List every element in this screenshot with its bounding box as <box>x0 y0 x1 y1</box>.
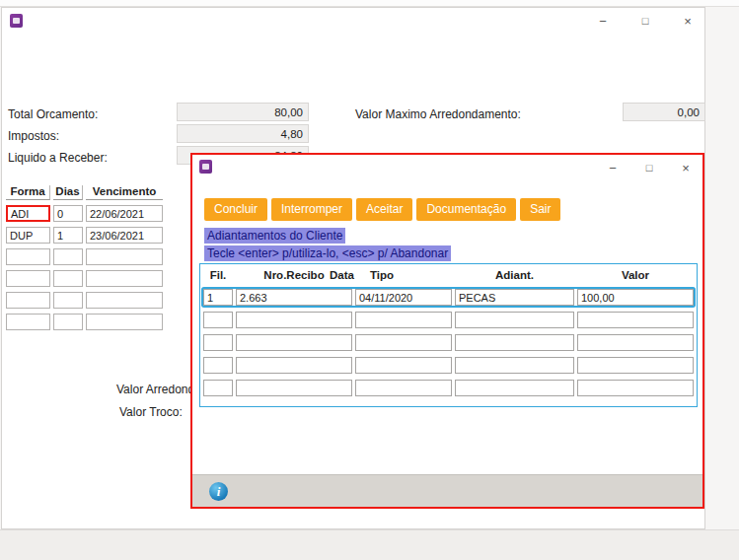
dias-cell[interactable] <box>53 314 83 330</box>
interromper-button[interactable]: Interromper <box>271 198 352 221</box>
vencimento-cell[interactable] <box>86 248 163 265</box>
keyboard-hint: Tecle <enter> p/utiliza-lo, <esc> p/ Aba… <box>204 245 451 261</box>
aceitar-button[interactable]: Aceitar <box>356 198 412 221</box>
nro-recibo-cell[interactable] <box>236 357 352 374</box>
payment-row: ADI 0 22/06/2021 <box>6 205 166 222</box>
dias-cell[interactable] <box>53 292 83 309</box>
data-cell[interactable] <box>355 357 452 374</box>
fil-cell[interactable] <box>203 380 233 396</box>
fil-cell[interactable] <box>203 357 233 374</box>
vencimento-cell[interactable] <box>86 270 163 287</box>
grid-row <box>203 312 694 328</box>
fil-cell[interactable]: 1 <box>203 289 233 306</box>
vencimento-cell[interactable]: 23/06/2021 <box>86 227 163 244</box>
total-orcamento-value: 80,00 <box>177 103 309 121</box>
forma-cell[interactable] <box>6 292 50 309</box>
valor-cell[interactable] <box>577 312 694 328</box>
adiant-cell[interactable] <box>455 357 574 374</box>
dias-cell[interactable] <box>53 270 83 287</box>
documentacao-button[interactable]: Documentação <box>416 198 516 221</box>
maximize-button[interactable]: □ <box>630 8 660 34</box>
adiant-cell[interactable] <box>455 380 574 396</box>
grid-row-selected[interactable]: 1 2.663 04/11/2020 PECAS 100,00 <box>203 289 694 306</box>
col-header-valor: Valor <box>577 269 694 281</box>
nro-recibo-cell[interactable] <box>236 312 352 328</box>
modal-toolbar: Concluir Interromper Aceitar Documentaçã… <box>204 198 560 221</box>
adiantamentos-dialog: − □ × Concluir Interromper Aceitar Docum… <box>190 153 704 509</box>
valor-maximo-arredondamento-value: 0,00 <box>623 103 705 121</box>
valor-cell[interactable] <box>577 380 694 396</box>
col-header-vencimento: Vencimento <box>86 185 163 200</box>
col-header-forma: Forma <box>6 185 50 200</box>
main-titlebar: − □ × <box>2 8 704 34</box>
nro-recibo-cell[interactable] <box>236 334 352 351</box>
modal-status-bar: i <box>192 474 702 507</box>
valor-cell[interactable] <box>577 334 694 351</box>
valor-cell[interactable]: 100,00 <box>577 289 694 306</box>
payment-row <box>6 314 166 330</box>
data-cell[interactable] <box>355 312 452 328</box>
main-window-controls: − □ × <box>575 8 702 34</box>
concluir-button[interactable]: Concluir <box>204 198 267 221</box>
modal-close-button[interactable]: × <box>671 155 701 180</box>
app-logo-icon <box>10 14 23 28</box>
payment-row <box>6 248 166 265</box>
total-orcamento-label: Total Orcamento: <box>8 107 98 121</box>
vencimento-cell[interactable]: 22/06/2021 <box>86 205 163 222</box>
col-header-fil: Fil. <box>203 269 233 281</box>
forma-cell-highlighted[interactable]: ADI <box>6 205 50 222</box>
grid-row <box>203 380 694 396</box>
forma-cell[interactable] <box>6 270 50 287</box>
adiant-cell[interactable] <box>455 334 574 351</box>
forma-cell[interactable]: DUP <box>6 227 50 244</box>
close-button[interactable]: × <box>673 8 702 34</box>
dias-cell[interactable] <box>53 248 83 265</box>
impostos-value: 4,80 <box>177 124 309 143</box>
modal-maximize-button[interactable]: □ <box>634 155 664 180</box>
data-cell[interactable] <box>355 334 452 351</box>
forma-cell[interactable] <box>6 248 50 265</box>
grid-header: Fil. Nro.Recibo Data Tipo Adiant. Valor <box>203 267 694 283</box>
forma-cell[interactable] <box>6 314 50 330</box>
section-title: Adiantamentos do Cliente <box>204 228 345 244</box>
data-cell[interactable] <box>355 380 452 396</box>
fil-cell[interactable] <box>203 312 233 328</box>
app-logo-icon <box>199 160 212 174</box>
minimize-button[interactable]: − <box>588 8 618 34</box>
data-cell[interactable]: 04/11/2020 <box>355 289 452 306</box>
background-window-bottom <box>0 529 739 560</box>
payment-row <box>6 292 166 309</box>
impostos-label: Impostos: <box>8 129 59 143</box>
payment-row <box>6 270 166 287</box>
adiantamentos-grid: Fil. Nro.Recibo Data Tipo Adiant. Valor … <box>199 263 698 407</box>
vencimento-cell[interactable] <box>86 314 163 330</box>
valor-troco-label: Valor Troco: <box>119 405 183 419</box>
dias-cell[interactable]: 1 <box>53 227 83 244</box>
nro-recibo-cell[interactable]: 2.663 <box>236 289 352 306</box>
col-header-data-tipo: Data Tipo <box>330 269 452 281</box>
background-window-edge <box>0 0 739 7</box>
payment-table: Forma Dias Vencimento ADI 0 22/06/2021 D… <box>6 185 166 330</box>
liquido-a-receber-label: Liquido a Receber: <box>8 151 108 165</box>
payment-table-header: Forma Dias Vencimento <box>6 185 166 200</box>
col-header-adiant: Adiant. <box>455 269 574 281</box>
payment-row: DUP 1 23/06/2021 <box>6 227 166 244</box>
dias-cell[interactable]: 0 <box>53 205 83 222</box>
col-header-tipo: Tipo <box>370 269 394 281</box>
col-header-data: Data <box>330 269 354 281</box>
modal-minimize-button[interactable]: − <box>598 155 628 180</box>
sair-button[interactable]: Sair <box>520 198 560 221</box>
adiant-cell[interactable]: PECAS <box>455 289 574 306</box>
valor-cell[interactable] <box>577 357 694 374</box>
fil-cell[interactable] <box>203 334 233 351</box>
grid-row <box>203 334 694 351</box>
modal-window-controls: − □ × <box>591 155 701 180</box>
modal-titlebar: − □ × <box>192 155 702 178</box>
grid-row <box>203 357 694 374</box>
col-header-dias: Dias <box>53 185 83 200</box>
info-icon[interactable]: i <box>209 482 228 501</box>
adiant-cell[interactable] <box>455 312 574 328</box>
nro-recibo-cell[interactable] <box>236 380 352 396</box>
vencimento-cell[interactable] <box>86 292 163 309</box>
valor-arredond-label: Valor Arredond: <box>116 383 198 396</box>
